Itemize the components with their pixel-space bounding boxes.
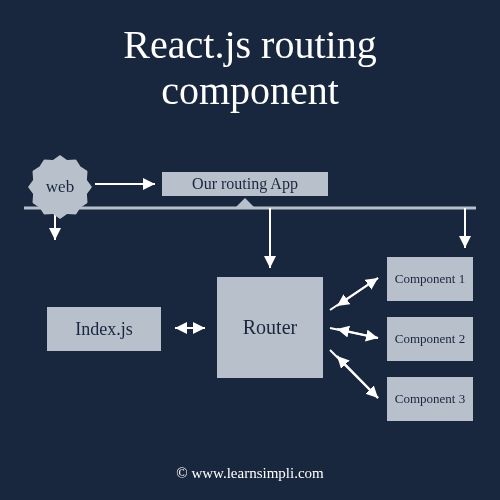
title-line-2: component bbox=[161, 68, 339, 113]
title-line-1: React.js routing bbox=[123, 22, 376, 67]
svg-marker-2 bbox=[235, 198, 255, 208]
web-label: web bbox=[46, 177, 74, 197]
component-3-label: Component 3 bbox=[395, 392, 465, 406]
svg-line-11 bbox=[337, 329, 378, 338]
footer-text: © www.learnsimpli.com bbox=[176, 465, 323, 481]
component-1-node: Component 1 bbox=[385, 255, 475, 303]
diagram-title: React.js routing component bbox=[0, 0, 500, 114]
routing-app-label: Our routing App bbox=[192, 175, 298, 193]
component-3-node: Component 3 bbox=[385, 375, 475, 423]
footer-credit: © www.learnsimpli.com bbox=[0, 465, 500, 482]
routing-app-node: Our routing App bbox=[160, 170, 330, 198]
component-1-label: Component 1 bbox=[395, 272, 465, 286]
svg-line-8 bbox=[330, 278, 378, 310]
svg-line-10 bbox=[330, 328, 378, 338]
svg-line-9 bbox=[337, 278, 378, 306]
index-js-label: Index.js bbox=[75, 319, 133, 340]
index-js-node: Index.js bbox=[45, 305, 163, 353]
component-2-label: Component 2 bbox=[395, 332, 465, 346]
router-label: Router bbox=[243, 316, 297, 339]
component-2-node: Component 2 bbox=[385, 315, 475, 363]
svg-line-13 bbox=[337, 356, 378, 398]
routing-diagram: web Our routing App Index.js Router Comp… bbox=[0, 150, 500, 450]
svg-line-12 bbox=[330, 350, 378, 398]
web-node: web bbox=[28, 155, 92, 219]
router-node: Router bbox=[215, 275, 325, 380]
